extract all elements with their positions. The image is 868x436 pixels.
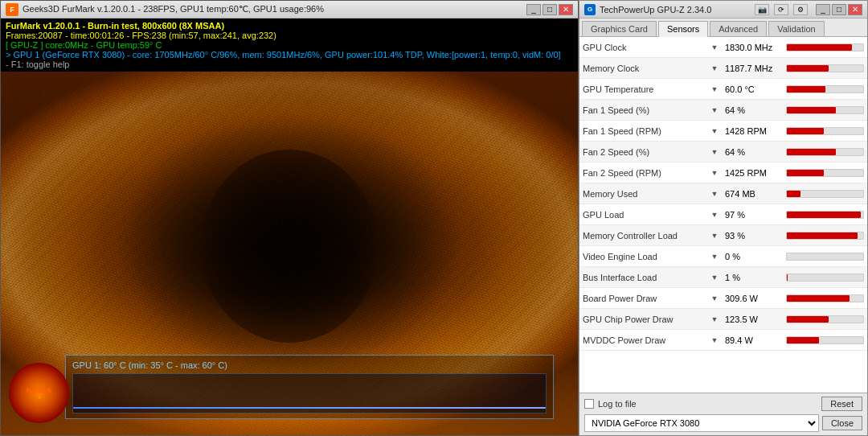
sensor-dropdown-arrow[interactable]: ▼ <box>707 148 722 156</box>
gpuz-tabs: Graphics Card Sensors Advanced Validatio… <box>579 19 867 37</box>
sensor-dropdown-arrow[interactable]: ▼ <box>707 232 722 240</box>
furmark-title: Geeks3D FurMark v.1.20.0.1 - 238FPS, GPU… <box>23 4 525 14</box>
furmark-titlebar: F Geeks3D FurMark v.1.20.0.1 - 238FPS, G… <box>1 1 578 19</box>
sensor-name: Memory Clock <box>583 64 707 73</box>
sensor-name: Memory Used <box>583 189 707 199</box>
sensor-bar-container <box>786 274 864 282</box>
furmark-line1: FurMark v1.20.0.1 - Burn-in test, 800x60… <box>6 21 573 31</box>
sensor-name: Video Engine Load <box>583 252 707 261</box>
sensor-value: 64 % <box>722 105 786 115</box>
gpuz-minimize-button[interactable]: _ <box>816 4 830 15</box>
tab-graphics-card[interactable]: Graphics Card <box>582 21 657 36</box>
gpuz-bottom-panel: Log to file Reset NVIDIA GeForce RTX 308… <box>579 393 867 435</box>
furmark-line4-text: > GPU 1 (GeForce RTX 3080) - core: 1705M… <box>6 50 561 60</box>
sensor-bar-container <box>786 127 864 135</box>
sensor-name: GPU Clock <box>583 43 707 52</box>
sensor-dropdown-arrow[interactable]: ▼ <box>707 190 722 198</box>
gpuz-title: TechPowerUp GPU-Z 2.34.0 <box>600 5 755 14</box>
sensor-name: GPU Temperature <box>583 84 707 94</box>
log-checkbox[interactable] <box>584 399 594 409</box>
sensor-name: Fan 2 Speed (RPM) <box>583 168 707 178</box>
furmark-logo-text: FurMark <box>27 387 52 394</box>
sensor-dropdown-arrow[interactable]: ▼ <box>707 315 722 323</box>
sensor-value: 64 % <box>722 147 786 157</box>
gpuz-refresh-icon[interactable]: ⟳ <box>774 4 788 15</box>
sensor-row: Fan 2 Speed (%) ▼ 64 % <box>579 142 867 162</box>
furmark-line2: Frames:20087 - time:00:01:26 - FPS:238 (… <box>6 31 573 40</box>
sensor-dropdown-arrow[interactable]: ▼ <box>707 211 722 219</box>
close-button[interactable]: Close <box>822 416 862 430</box>
sensor-value: 93 % <box>722 231 786 241</box>
sensor-dropdown-arrow[interactable]: ▼ <box>707 106 722 114</box>
tab-validation[interactable]: Validation <box>768 21 825 36</box>
tab-sensors[interactable]: Sensors <box>658 21 708 37</box>
gpuz-maximize-button[interactable]: □ <box>832 4 846 15</box>
sensor-dropdown-arrow[interactable]: ▼ <box>707 336 722 344</box>
sensor-value: 1425 RPM <box>722 168 786 178</box>
sensor-bar-container <box>786 190 864 198</box>
gpuz-sensors-panel[interactable]: GPU Clock ▼ 1830.0 MHz Memory Clock ▼ 11… <box>579 37 867 393</box>
sensor-row: Bus Interface Load ▼ 1 % <box>579 267 867 288</box>
furmark-close-button[interactable]: ✕ <box>559 4 573 15</box>
sensor-row: GPU Clock ▼ 1830.0 MHz <box>579 37 867 58</box>
sensor-dropdown-arrow[interactable]: ▼ <box>707 274 722 282</box>
furmark-logo: FurMark ● <box>9 363 69 423</box>
furmark-info-panel: FurMark v1.20.0.1 - Burn-in test, 800x60… <box>1 19 578 72</box>
sensor-value: 1830.0 MHz <box>722 43 786 52</box>
gpuz-camera-icon[interactable]: 📷 <box>755 4 769 15</box>
sensor-row: GPU Load ▼ 97 % <box>579 204 867 225</box>
gpuz-bottom-row2: NVIDIA GeForce RTX 3080 Close <box>584 414 862 432</box>
reset-button[interactable]: Reset <box>821 397 862 411</box>
temp-graph <box>72 373 547 413</box>
log-row: Log to file Reset <box>584 397 862 411</box>
sensor-value: 1 % <box>722 273 786 282</box>
sensor-value: 123.5 W <box>722 315 786 324</box>
gpuz-titlebar: G TechPowerUp GPU-Z 2.34.0 📷 ⟳ ⚙ _ □ ✕ <box>579 1 867 19</box>
sensor-name: GPU Chip Power Draw <box>583 315 707 324</box>
furmark-line6: - F1: toggle help <box>6 60 573 69</box>
sensor-name: Board Power Draw <box>583 294 707 303</box>
furmark-maximize-button[interactable]: □ <box>542 4 557 15</box>
gpuz-close-button[interactable]: ✕ <box>848 4 862 15</box>
sensor-name: Fan 1 Speed (%) <box>583 105 707 115</box>
sensor-bar <box>787 107 836 113</box>
sensor-dropdown-arrow[interactable]: ▼ <box>707 127 722 135</box>
furmark-render-canvas: GPU 1: 60° C (min: 35° C - max: 60° C) F… <box>1 72 578 435</box>
sensor-name: Fan 1 Speed (RPM) <box>583 126 707 136</box>
gpu-select[interactable]: NVIDIA GeForce RTX 3080 <box>584 414 819 432</box>
sensor-dropdown-arrow[interactable]: ▼ <box>707 253 722 261</box>
gpuz-settings-icon[interactable]: ⚙ <box>793 4 808 15</box>
sensor-bar-container <box>786 169 864 177</box>
log-label: Log to file <box>598 399 637 409</box>
sensor-bar <box>787 44 852 51</box>
sensor-bar-container <box>786 315 864 323</box>
sensor-row: Fan 1 Speed (RPM) ▼ 1428 RPM <box>579 121 867 142</box>
furmark-line4: > GPU 1 (GeForce RTX 3080) - core: 1705M… <box>6 50 573 60</box>
sensor-name: Fan 2 Speed (%) <box>583 147 707 157</box>
sensor-bar-container <box>786 148 864 156</box>
sensor-bar <box>787 212 861 218</box>
sensor-row: MVDDC Power Draw ▼ 89.4 W <box>579 330 867 351</box>
tab-advanced[interactable]: Advanced <box>710 21 767 36</box>
furmark-minimize-button[interactable]: _ <box>526 4 541 15</box>
furmark-app-icon: F <box>6 3 18 16</box>
furmark-logo-subtext: ● <box>37 394 40 400</box>
sensor-bar-container <box>786 85 864 93</box>
furmark-window: F Geeks3D FurMark v.1.20.0.1 - 238FPS, G… <box>0 0 579 436</box>
sensor-value: 674 MB <box>722 189 786 199</box>
sensor-dropdown-arrow[interactable]: ▼ <box>707 43 722 51</box>
sensor-value: 1428 RPM <box>722 126 786 136</box>
sensor-dropdown-arrow[interactable]: ▼ <box>707 294 722 302</box>
sensor-bar-container <box>786 294 864 302</box>
sensor-dropdown-arrow[interactable]: ▼ <box>707 64 722 72</box>
sensor-bar <box>787 232 858 239</box>
sensor-bar <box>787 170 824 176</box>
furmark-line3: [ GPU-Z ] core:0MHz - GPU temp:59° C <box>6 40 573 50</box>
sensor-row: Video Engine Load ▼ 0 % <box>579 246 867 267</box>
sensor-bar-container <box>786 336 864 344</box>
sensor-bar <box>787 191 800 197</box>
sensor-dropdown-arrow[interactable]: ▼ <box>707 85 722 93</box>
sensor-value: 97 % <box>722 210 786 220</box>
sensor-bar <box>787 128 824 134</box>
sensor-dropdown-arrow[interactable]: ▼ <box>707 169 722 177</box>
